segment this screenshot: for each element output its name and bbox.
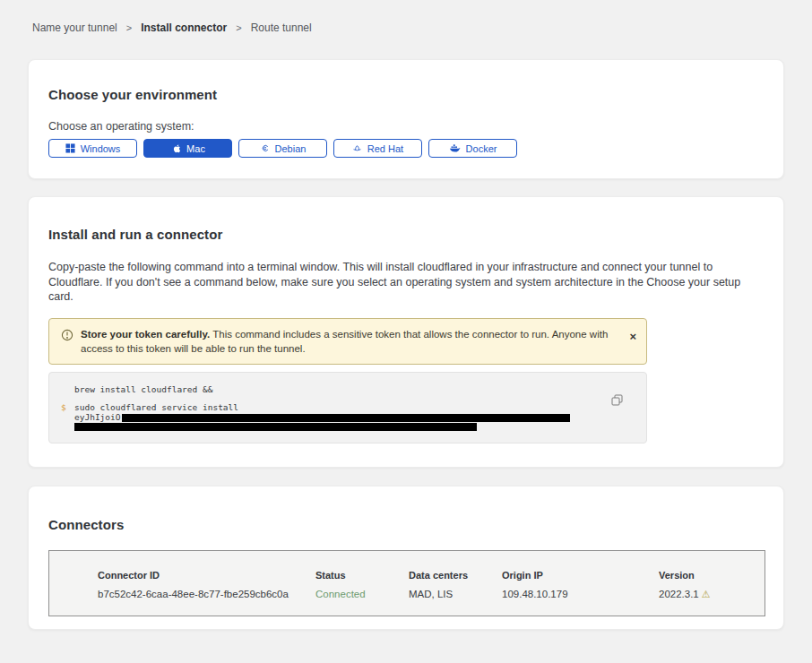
connectors-card-title: Connectors [48,517,764,532]
breadcrumb: Name your tunnel > Install connector > R… [32,0,784,34]
code-line-brew: brew install cloudflared && [61,385,610,395]
os-button-label: Docker [466,143,497,154]
alert-circle-icon [61,329,73,356]
tunnel-setup-page: Name your tunnel > Install connector > R… [0,0,812,663]
redacted-token-bar [74,423,477,431]
connector-id-value: b7c52c42-6caa-48ee-8c77-fbe259cb6c0a [98,589,315,600]
connector-status-value: Connected [315,589,409,600]
connector-version-value: 2022.3.1⚠ [659,589,756,600]
environment-card-title: Choose your environment [48,87,764,102]
breadcrumb-step-route-tunnel[interactable]: Route tunnel [251,22,312,34]
col-header-status: Status [315,570,409,581]
os-button-label: Mac [186,143,205,154]
code-line-token: eyJhIjoiO [61,413,610,423]
close-icon[interactable]: × [629,331,636,342]
os-button-docker[interactable]: Docker [428,139,517,158]
os-select-label: Choose an operating system: [48,120,764,133]
redacted-token-bar [122,414,570,422]
connectors-table: Connector ID Status Data centers Origin … [48,550,765,616]
connector-data-centers-value: MAD, LIS [409,589,502,600]
install-connector-card: Install and run a connector Copy-paste t… [28,196,784,468]
code-line-sudo: $ sudo cloudflared service install [61,403,610,413]
code-line-token-2 [61,422,610,431]
token-warning-banner: Store your token carefully. This command… [48,318,647,365]
os-button-label: Windows [81,143,121,154]
breadcrumb-separator: > [126,22,132,33]
choose-environment-card: Choose your environment Choose an operat… [28,59,784,179]
os-button-debian[interactable]: Debian [238,139,327,158]
os-button-label: Red Hat [367,143,403,154]
breadcrumb-step-install-connector[interactable]: Install connector [141,22,227,34]
os-button-label: Debian [275,143,307,154]
code-token-text: eyJhIjoiO [74,413,570,423]
copy-icon[interactable] [611,394,623,409]
version-warning-icon: ⚠ [702,589,711,599]
install-instructions: Copy-paste the following command into a … [48,260,764,305]
os-button-mac[interactable]: Mac [143,139,232,158]
col-header-data-centers: Data centers [409,570,502,581]
os-button-windows[interactable]: Windows [48,139,137,158]
windows-icon [65,143,75,153]
os-button-group: Windows Mac Debian Red Hat [48,139,764,158]
code-text: brew install cloudflared && [74,385,212,395]
token-warning-title: Store your token carefully. [81,329,210,340]
apple-icon [170,143,181,154]
col-header-origin-ip: Origin IP [502,570,659,581]
os-button-redhat[interactable]: Red Hat [333,139,422,158]
redhat-icon [352,143,362,153]
install-command-block: brew install cloudflared && $ sudo cloud… [48,372,647,444]
prompt-spacer [61,385,74,395]
prompt-spacer [61,413,74,423]
connector-origin-ip-value: 109.48.10.179 [502,589,659,600]
token-warning-text: Store your token carefully. This command… [81,327,616,356]
prompt-spacer [61,422,74,431]
docker-icon [449,143,461,153]
shell-prompt: $ [61,403,74,413]
col-header-version: Version [659,570,756,581]
install-card-title: Install and run a connector [48,227,764,242]
breadcrumb-step-name-tunnel[interactable]: Name your tunnel [32,22,117,34]
debian-icon [260,143,270,153]
col-header-connector-id: Connector ID [98,570,315,581]
breadcrumb-separator: > [236,22,241,33]
connectors-card: Connectors Connector ID Status Data cent… [28,486,784,630]
